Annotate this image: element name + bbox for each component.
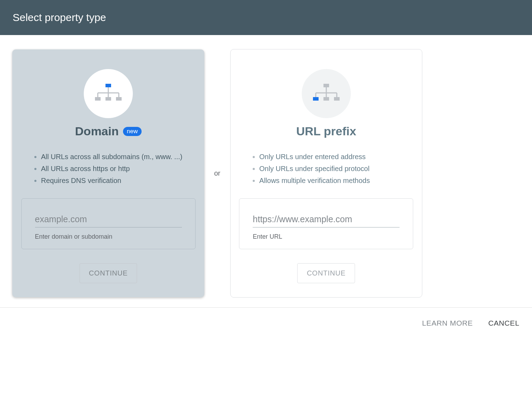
- url-prefix-card[interactable]: URL prefix Only URLs under entered addre…: [230, 49, 422, 298]
- domain-card[interactable]: Domain new All URLs across all subdomain…: [12, 49, 204, 297]
- or-separator: or: [214, 169, 220, 177]
- domain-input[interactable]: [35, 213, 182, 227]
- domain-card-title: Domain: [75, 124, 119, 138]
- domain-input-container: Enter domain or subdomain: [21, 198, 196, 249]
- url-input-container: Enter URL: [239, 198, 413, 249]
- url-prefix-sitemap-icon: [302, 69, 351, 118]
- new-badge: new: [123, 127, 142, 136]
- domain-sitemap-icon: [84, 69, 133, 118]
- url-continue-button[interactable]: CONTINUE: [297, 263, 355, 283]
- url-input-helper: Enter URL: [253, 233, 400, 240]
- svg-rect-17: [334, 97, 340, 101]
- url-input[interactable]: [253, 213, 400, 227]
- cancel-button[interactable]: CANCEL: [488, 319, 519, 327]
- list-item: All URLs across https or http: [41, 163, 196, 175]
- domain-continue-button[interactable]: CONTINUE: [80, 263, 137, 283]
- svg-rect-16: [323, 97, 329, 101]
- domain-features-list: All URLs across all subdomains (m., www.…: [21, 151, 196, 186]
- svg-rect-15: [313, 97, 319, 101]
- dialog-footer: LEARN MORE CANCEL: [0, 307, 532, 338]
- url-prefix-title-row: URL prefix: [296, 124, 356, 138]
- list-item: Only URLs under specified protocol: [259, 163, 414, 175]
- learn-more-button[interactable]: LEARN MORE: [422, 319, 473, 327]
- list-item: Requires DNS verification: [41, 175, 196, 186]
- url-prefix-features-list: Only URLs under entered address Only URL…: [239, 151, 414, 186]
- list-item: Only URLs under entered address: [259, 151, 414, 163]
- property-type-options: Domain new All URLs across all subdomain…: [0, 35, 532, 298]
- svg-rect-9: [323, 84, 329, 87]
- list-item: All URLs across all subdomains (m., www.…: [41, 151, 196, 163]
- dialog-title: Select property type: [13, 12, 106, 23]
- svg-rect-6: [95, 97, 101, 101]
- svg-rect-8: [116, 97, 122, 101]
- domain-input-helper: Enter domain or subdomain: [35, 233, 182, 240]
- dialog-header: Select property type: [0, 0, 532, 35]
- url-prefix-title: URL prefix: [296, 124, 356, 138]
- domain-card-title-row: Domain new: [75, 124, 142, 138]
- svg-rect-7: [105, 97, 111, 101]
- list-item: Allows multiple verification methods: [259, 175, 414, 186]
- svg-rect-0: [105, 84, 111, 87]
